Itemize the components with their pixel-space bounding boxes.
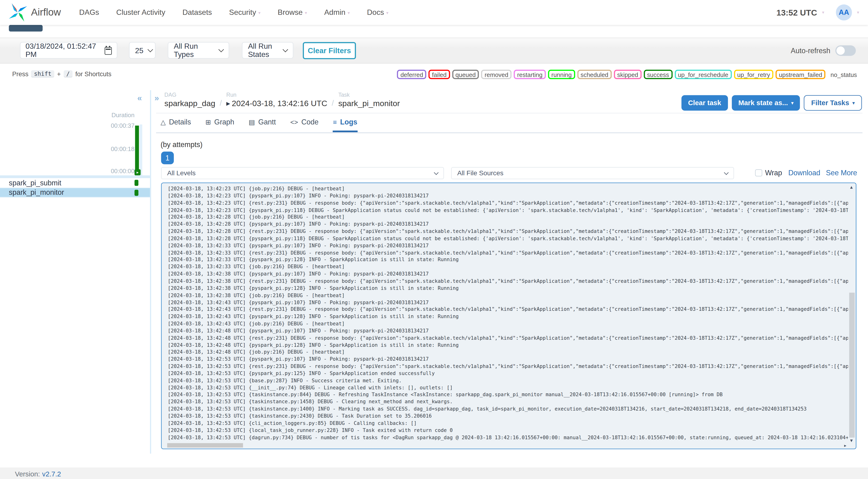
duration-tick: 00:00:18 xyxy=(111,146,135,152)
panel-divider[interactable] xyxy=(150,90,151,454)
shortcuts-prefix: Press xyxy=(12,71,29,77)
play-icon: ▶ xyxy=(226,101,230,106)
log-line: [2024-03-18, 13:42:33 UTC] {pyspark_pi.p… xyxy=(167,256,848,263)
nav-menu-item[interactable]: DAGs▾ xyxy=(79,8,99,17)
tab-label: Code xyxy=(301,118,318,126)
state-badge[interactable]: removed xyxy=(481,70,512,79)
tab-label: Graph xyxy=(214,118,234,126)
auto-refresh-toggle[interactable] xyxy=(835,45,856,56)
state-badge[interactable]: restarting xyxy=(514,70,546,79)
task-row[interactable]: spark_pi_submit xyxy=(0,178,150,188)
brand-title: Airflow xyxy=(31,7,61,18)
run-id[interactable]: 2024-03-18, 13:42:16 UTC xyxy=(232,99,328,108)
log-line: [2024-03-18, 13:42:53 UTC] {cli_action_l… xyxy=(167,420,848,427)
log-line: [2024-03-18, 13:42:43 UTC] {job.py:216} … xyxy=(167,320,848,327)
scrollbar-up-icon[interactable]: ▲ xyxy=(849,185,854,190)
tab[interactable]: ≡ Logs xyxy=(333,118,358,132)
shortcuts-hint: Press shift + / for Shortcuts xyxy=(12,70,112,77)
duration-bar[interactable] xyxy=(135,126,139,175)
wrap-checkbox[interactable] xyxy=(755,169,762,177)
base-date-input[interactable]: 03/18/2024, 01:52:47 PM xyxy=(20,42,118,59)
collapse-sidebar-icon[interactable]: « xyxy=(137,93,142,102)
state-badge[interactable]: up_for_retry xyxy=(734,70,773,79)
state-badge[interactable]: running xyxy=(548,70,575,79)
run-types-select[interactable]: All Run Types xyxy=(167,42,229,59)
header-divider xyxy=(156,113,862,114)
detail-tabs: △ Details ⊞ Graph ▤ Gantt <> Code ≡ Logs xyxy=(160,118,358,132)
tab[interactable]: ▤ Gantt xyxy=(249,118,276,132)
avatar[interactable]: AA xyxy=(836,4,852,21)
chevron-down-icon: ▾ xyxy=(305,10,307,15)
breadcrumb-task[interactable]: Task spark_pi_monitor xyxy=(338,92,400,108)
play-icon: ▸ xyxy=(136,170,138,174)
task-row[interactable]: spark_pi_monitor xyxy=(0,188,150,197)
state-badge[interactable]: skipped xyxy=(614,70,641,79)
utc-clock[interactable]: 13:52 UTC xyxy=(776,8,817,17)
chevron-down-icon: ▾ xyxy=(822,10,824,15)
nav-menu-item[interactable]: Admin▾ xyxy=(324,8,350,17)
filter-tasks-button[interactable]: Filter Tasks▾ xyxy=(804,95,862,110)
nav-menu-item[interactable]: Datasets▾ xyxy=(182,8,212,17)
mark-state-button[interactable]: Mark state as...▾ xyxy=(732,95,800,110)
horizontal-scrollbar-thumb[interactable] xyxy=(167,443,243,447)
state-badge[interactable]: queued xyxy=(452,70,479,79)
file-source-select[interactable]: All File Sources xyxy=(451,167,734,179)
nav-menu-item[interactable]: Security▾ xyxy=(229,8,260,17)
clear-task-button[interactable]: Clear task xyxy=(682,95,728,110)
log-line: [2024-03-18, 13:42:48 UTC] {pyspark_pi.p… xyxy=(167,327,848,334)
calendar-icon[interactable] xyxy=(104,47,112,55)
tab[interactable]: <> Code xyxy=(290,118,318,132)
version-label: Version: xyxy=(15,470,40,478)
scrollbar-down-icon[interactable]: ▼ xyxy=(849,438,854,443)
nav-menu-item[interactable]: Browse▾ xyxy=(278,8,307,17)
tabs-underline xyxy=(156,132,862,133)
nav-menu-item[interactable]: Cluster Activity▾ xyxy=(116,8,165,17)
breadcrumb-run[interactable]: Run ▶2024-03-18, 13:42:16 UTC xyxy=(226,92,327,108)
dag-run-square[interactable]: ▸ xyxy=(134,169,141,175)
scrollbar-right-icon[interactable]: ▸ xyxy=(844,443,846,448)
state-legend: deferred failed queued removed restartin… xyxy=(397,70,857,79)
state-badge[interactable]: deferred xyxy=(397,70,427,79)
run-label: Run xyxy=(226,92,327,99)
log-level-select[interactable]: All Levels xyxy=(161,167,444,179)
tab-icon: ⊞ xyxy=(205,118,211,126)
state-badge[interactable]: success xyxy=(644,70,672,79)
chevron-down-icon xyxy=(724,170,728,175)
page-size-select[interactable]: 25 xyxy=(129,42,156,59)
task-id[interactable]: spark_pi_monitor xyxy=(338,99,400,108)
state-badge[interactable]: upstream_failed xyxy=(775,70,826,79)
log-line: [2024-03-18, 13:42:28 UTC] {job.py:216} … xyxy=(167,214,848,221)
chevron-down-icon: ▾ xyxy=(857,10,859,15)
log-line: [2024-03-18, 13:42:48 UTC] {job.py:216} … xyxy=(167,349,848,356)
see-more-link[interactable]: See More xyxy=(826,169,857,177)
nav-menu-item[interactable]: Docs▾ xyxy=(367,8,389,17)
task-status-square[interactable] xyxy=(134,189,138,195)
tab[interactable]: △ Details xyxy=(160,118,191,132)
plus-sign: + xyxy=(57,71,61,77)
dag-id[interactable]: sparkapp_dag xyxy=(164,99,215,108)
download-link[interactable]: Download xyxy=(788,169,820,177)
run-states-select[interactable]: All Run States xyxy=(242,42,293,59)
state-badge[interactable]: up_for_reschedule xyxy=(675,70,732,79)
attempt-1-button[interactable]: 1 xyxy=(161,152,174,164)
chevron-down-icon: ▾ xyxy=(348,10,350,15)
state-badge[interactable]: failed xyxy=(429,70,450,79)
vertical-scrollbar-thumb[interactable] xyxy=(849,293,855,438)
expand-panel-icon[interactable]: » xyxy=(154,93,159,102)
log-line: [2024-03-18, 13:42:48 UTC] {rest.py:231}… xyxy=(167,334,848,342)
file-source-value: All File Sources xyxy=(457,169,503,177)
log-line: [2024-03-18, 13:42:38 UTC] {rest.py:231}… xyxy=(167,278,848,285)
airflow-logo-icon[interactable] xyxy=(9,3,27,22)
page-size-value: 25 xyxy=(135,46,143,54)
wrap-label[interactable]: Wrap xyxy=(765,169,782,177)
clear-filters-button[interactable]: Clear Filters xyxy=(303,42,356,59)
state-badge[interactable]: scheduled xyxy=(577,70,612,79)
tab[interactable]: ⊞ Graph xyxy=(205,118,234,132)
breadcrumb-dag[interactable]: DAG sparkapp_dag xyxy=(164,92,215,108)
partial-tab-fragment xyxy=(9,25,42,32)
log-line: [2024-03-18, 13:42:53 UTC] {taskinstance… xyxy=(167,391,848,398)
task-list: spark_pi_submit spark_pi_monitor xyxy=(0,178,150,197)
log-lines: [2024-03-18, 13:42:23 UTC] {job.py:216} … xyxy=(167,185,848,442)
version-link[interactable]: v2.7.2 xyxy=(42,470,61,478)
task-status-square[interactable] xyxy=(134,180,138,186)
